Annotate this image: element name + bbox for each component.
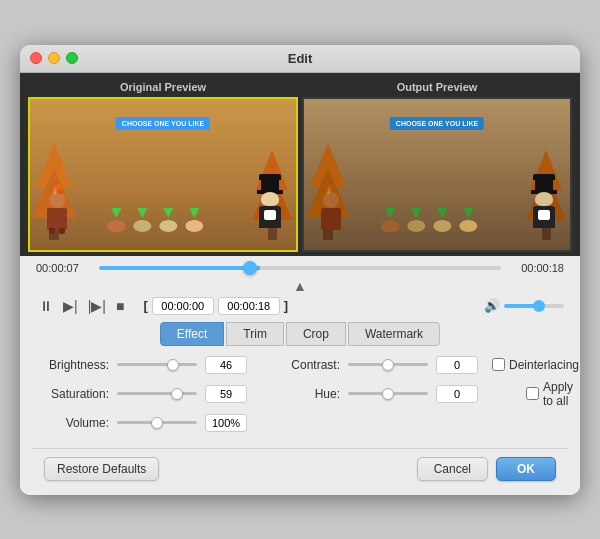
close-button[interactable] <box>30 52 42 64</box>
choose-banner: CHOOSE ONE YOU LIKE <box>116 117 210 130</box>
maximize-button[interactable] <box>66 52 78 64</box>
choose-banner-output: CHOOSE ONE YOU LIKE <box>390 117 484 130</box>
output-preview-label: Output Preview <box>302 81 572 93</box>
cancel-button[interactable]: Cancel <box>417 457 488 481</box>
original-preview-panel: Original Preview <box>28 81 298 252</box>
timeline-row: 00:00:07 00:00:18 <box>32 262 568 274</box>
saturation-slider[interactable] <box>117 392 197 395</box>
tab-watermark[interactable]: Watermark <box>348 322 440 346</box>
minimize-button[interactable] <box>48 52 60 64</box>
contrast-input[interactable] <box>436 356 478 374</box>
next-frame-button[interactable]: |▶| <box>85 296 109 316</box>
title-bar: Edit <box>20 45 580 73</box>
contrast-slider[interactable] <box>348 363 428 366</box>
ok-button[interactable]: OK <box>496 457 556 481</box>
timeline-start-time: 00:00:07 <box>36 262 91 274</box>
brightness-label: Brightness: <box>44 358 109 372</box>
volume-row: Volume: <box>44 414 556 432</box>
deinterlacing-label[interactable]: Deinterlacing <box>492 358 579 372</box>
volume-slider[interactable] <box>504 304 564 308</box>
brightness-slider[interactable] <box>117 363 197 366</box>
original-scene: CHOOSE ONE YOU LIKE <box>30 99 296 250</box>
action-buttons: Cancel OK <box>417 457 556 481</box>
volume-label: Volume: <box>44 416 109 430</box>
volume-area: 🔊 <box>484 298 564 313</box>
window-title: Edit <box>288 51 313 66</box>
playhead-marker: ▲ <box>32 278 568 294</box>
settings-area: Brightness: Contrast: Deinterlacing Satu… <box>32 354 568 444</box>
output-preview-frame: CHOOSE ONE YOU LIKE <box>302 97 572 252</box>
original-preview-frame: CHOOSE ONE YOU LIKE <box>28 97 298 252</box>
output-preview-panel: Output Preview CHOO <box>302 81 572 252</box>
traffic-lights <box>30 52 78 64</box>
tab-effect[interactable]: Effect <box>160 322 224 346</box>
hue-label: Hue: <box>275 387 340 401</box>
edit-window: Edit Original Preview <box>20 45 580 495</box>
apply-all-label[interactable]: Apply to all <box>526 380 573 408</box>
original-preview-label: Original Preview <box>28 81 298 93</box>
pause-button[interactable]: ⏸ <box>36 296 56 316</box>
play-button[interactable]: ▶| <box>60 296 81 316</box>
apply-all-checkbox[interactable] <box>526 387 539 400</box>
volume-effect-slider[interactable] <box>117 421 197 424</box>
hue-slider[interactable] <box>348 392 428 395</box>
saturation-input[interactable] <box>205 385 247 403</box>
time-range: [ ] <box>143 297 288 315</box>
tabs-row: Effect Trim Crop Watermark <box>32 322 568 346</box>
brightness-row: Brightness: Contrast: Deinterlacing <box>44 356 556 374</box>
bottom-row: Restore Defaults Cancel OK <box>32 448 568 491</box>
stop-button[interactable]: ■ <box>113 296 127 316</box>
range-end-input[interactable] <box>218 297 280 315</box>
deinterlacing-checkbox[interactable] <box>492 358 505 371</box>
volume-icon: 🔊 <box>484 298 500 313</box>
output-scene: CHOOSE ONE YOU LIKE <box>304 99 570 250</box>
preview-area: Original Preview <box>20 73 580 256</box>
bracket-open: [ <box>143 298 147 313</box>
restore-defaults-button[interactable]: Restore Defaults <box>44 457 159 481</box>
volume-effect-input[interactable] <box>205 414 247 432</box>
hue-input[interactable] <box>436 385 478 403</box>
tab-trim[interactable]: Trim <box>226 322 284 346</box>
saturation-label: Saturation: <box>44 387 109 401</box>
timeline-slider[interactable] <box>99 266 501 270</box>
controls-area: 00:00:07 00:00:18 ▲ ⏸ ▶| |▶| ■ [ ] 🔊 <box>20 256 580 495</box>
transport-row: ⏸ ▶| |▶| ■ [ ] 🔊 <box>32 296 568 316</box>
timeline-end-time: 00:00:18 <box>509 262 564 274</box>
brightness-input[interactable] <box>205 356 247 374</box>
bracket-close: ] <box>284 298 288 313</box>
tab-crop[interactable]: Crop <box>286 322 346 346</box>
saturation-row: Saturation: Hue: Apply to all <box>44 380 556 408</box>
transport-buttons: ⏸ ▶| |▶| ■ <box>36 296 127 316</box>
range-start-input[interactable] <box>152 297 214 315</box>
contrast-label: Contrast: <box>275 358 340 372</box>
